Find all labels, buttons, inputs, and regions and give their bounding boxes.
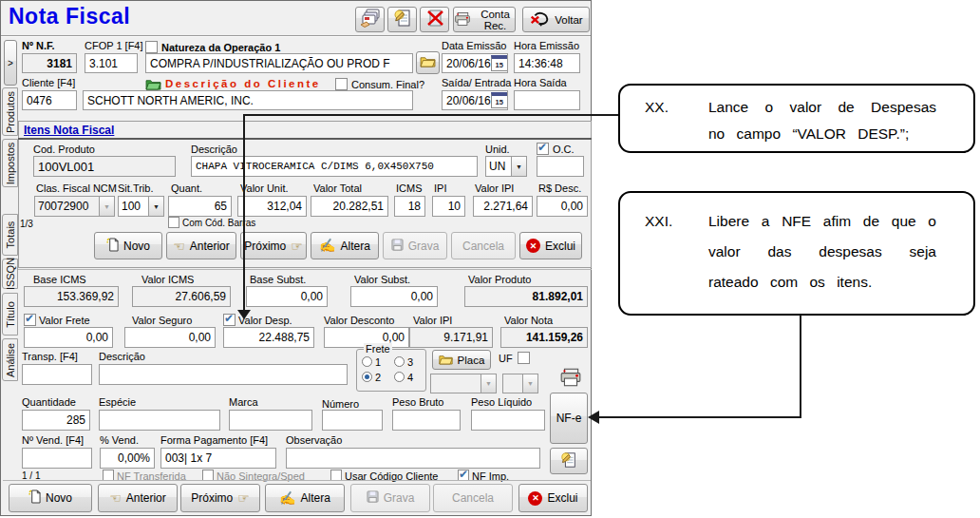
transp-field[interactable] xyxy=(22,364,92,385)
valor-frete-checkbox[interactable] xyxy=(24,314,36,326)
altera-button[interactable]: Altera xyxy=(265,484,345,512)
voltar-button[interactable]: Voltar xyxy=(522,7,590,32)
nfe-button[interactable]: NF-e xyxy=(550,393,588,444)
valor-total-field[interactable]: 20.282,51 xyxy=(311,196,388,217)
valor-frete-field[interactable]: 0,00 xyxy=(24,327,113,348)
numero-label: Número xyxy=(322,398,359,410)
marca-field[interactable] xyxy=(229,410,312,431)
cancel-nf-button[interactable] xyxy=(420,7,449,32)
valor-seguro-field[interactable]: 0,00 xyxy=(124,327,216,348)
item-cancela-button[interactable]: Cancela xyxy=(451,232,516,259)
oc-field[interactable] xyxy=(537,156,584,177)
novo-button[interactable]: Novo xyxy=(9,484,92,512)
grava-button[interactable]: Grava xyxy=(350,484,430,512)
oc-checkbox[interactable] xyxy=(537,143,549,155)
valor-subst-field[interactable]: 0,00 xyxy=(350,286,438,307)
hand-right-icon xyxy=(291,240,303,253)
note-edit-button[interactable] xyxy=(387,7,417,32)
item-descricao-label: Descrição xyxy=(191,144,237,155)
peso-bruto-field[interactable] xyxy=(392,410,461,431)
num-vend-field[interactable] xyxy=(22,448,92,469)
data-emissao-label: Data Emissão xyxy=(442,40,506,51)
unid-dropdown[interactable]: UN xyxy=(485,156,527,177)
descricao-cliente-label[interactable]: Descrição do Cliente xyxy=(165,78,321,89)
ncm-dropdown[interactable]: 70072900 xyxy=(34,196,115,217)
tab-totais[interactable]: Totais xyxy=(2,214,18,256)
quantidade-field[interactable]: 285 xyxy=(22,410,90,431)
tab-impostos[interactable]: Impostos xyxy=(2,139,18,187)
valor-produto-field: 81.892,01 xyxy=(464,286,588,307)
proximo-button[interactable]: Próximo xyxy=(180,484,260,512)
item-proximo-button[interactable]: Próximo xyxy=(240,232,307,259)
frete-label: Frete xyxy=(364,343,392,355)
frete-radio-4[interactable] xyxy=(394,372,405,382)
item-exclui-button[interactable]: Exclui xyxy=(519,232,582,259)
tab-titulo[interactable]: Título xyxy=(2,293,18,336)
item-altera-button[interactable]: Altera xyxy=(311,232,379,259)
note-edit-icon xyxy=(393,9,412,30)
tab-produtos[interactable]: Produtos xyxy=(2,87,18,136)
calendar-icon[interactable] xyxy=(491,55,508,71)
conta-rec-button[interactable]: Conta Rec. xyxy=(453,7,516,32)
folder-open-icon xyxy=(439,354,453,367)
valor-desp-field[interactable]: 22.488,75 xyxy=(223,327,314,348)
icms-field[interactable]: 18 xyxy=(394,196,425,217)
item-grava-button[interactable]: Grava xyxy=(383,232,447,259)
valor-desp-checkbox[interactable] xyxy=(223,314,236,326)
printer-icon[interactable] xyxy=(559,368,582,391)
ipi-field[interactable]: 10 xyxy=(432,196,465,217)
exclui-button[interactable]: Exclui xyxy=(518,484,588,512)
nf-number-field[interactable]: 3181 xyxy=(22,53,77,73)
item-descricao-field[interactable]: CHAPA VITROCERAMICA C/DIMS 6,0X450X750 xyxy=(191,156,478,177)
placa-button[interactable]: Placa xyxy=(432,350,491,370)
connector-xxi-vertical xyxy=(800,315,801,417)
sit-trib-dropdown[interactable]: 100 xyxy=(118,196,164,217)
tab-issqn[interactable]: ISSQN xyxy=(2,259,18,289)
valor-ipi-item-field[interactable]: 2.271,64 xyxy=(473,196,533,217)
quant-field[interactable]: 65 xyxy=(168,196,232,217)
cancela-button[interactable]: Cancela xyxy=(433,484,513,512)
base-subst-field[interactable]: 0,00 xyxy=(246,286,328,307)
hora-saida-field[interactable] xyxy=(514,90,580,110)
frete-radio-2[interactable] xyxy=(362,372,372,382)
frete-radio-3[interactable] xyxy=(394,356,405,367)
back-icon xyxy=(529,11,550,29)
consum-final-checkbox[interactable] xyxy=(335,78,348,90)
item-anterior-button[interactable]: Anterior xyxy=(166,232,236,259)
new-doc-icon xyxy=(28,489,41,507)
hora-emissao-field[interactable]: 14:36:48 xyxy=(514,53,580,73)
nf-note-button[interactable] xyxy=(550,448,588,474)
cfop-field[interactable]: 3.101 xyxy=(85,53,138,73)
uf-dropdown[interactable] xyxy=(502,374,538,393)
peso-liquido-field[interactable] xyxy=(471,410,545,431)
transp-descricao-label: Descrição xyxy=(99,351,145,362)
transportadora-dropdown[interactable] xyxy=(430,374,497,393)
transp-descricao-field[interactable] xyxy=(99,364,348,385)
write-hand-icon xyxy=(279,491,295,506)
cliente-codigo-field[interactable]: 0476 xyxy=(22,90,77,110)
numero-field[interactable] xyxy=(322,410,383,431)
uf-checkbox[interactable] xyxy=(518,352,530,364)
saida-entrada-field[interactable]: 20/06/16 xyxy=(442,90,508,110)
cliente-nome-field[interactable]: SCHOTT NORTH AMERIC, INC. xyxy=(83,90,413,110)
anterior-button[interactable]: Anterior xyxy=(98,484,178,512)
itens-section-title[interactable]: Itens Nota Fiscal xyxy=(24,124,114,137)
calendar-icon[interactable] xyxy=(491,92,508,108)
natureza-folder-button[interactable] xyxy=(416,51,440,74)
observacao-field[interactable] xyxy=(286,448,540,469)
especie-field[interactable] xyxy=(99,410,220,431)
frete-radio-1[interactable] xyxy=(362,356,372,367)
side-expander-button[interactable]: > xyxy=(4,40,17,86)
item-novo-button[interactable]: Novo xyxy=(94,232,162,259)
natureza-field[interactable]: COMPRA P/INDUSTRIALIZAÇÃO OU PROD F xyxy=(145,53,413,73)
forma-pagamento-field[interactable]: 003| 1x 7 xyxy=(160,448,276,469)
perc-vend-field[interactable]: 0,00% xyxy=(100,448,155,469)
tab-analise[interactable]: Análise xyxy=(2,338,18,381)
rs-desc-field[interactable]: 0,00 xyxy=(537,196,588,217)
cod-produto-field[interactable]: 100VL001 xyxy=(33,156,176,177)
data-emissao-field[interactable]: 20/06/16 xyxy=(442,53,508,73)
card-stack-button[interactable] xyxy=(355,7,385,32)
valor-unit-field[interactable]: 312,04 xyxy=(237,196,307,217)
natureza-checkbox[interactable] xyxy=(145,41,158,53)
com-cod-barras-checkbox[interactable] xyxy=(168,217,179,228)
